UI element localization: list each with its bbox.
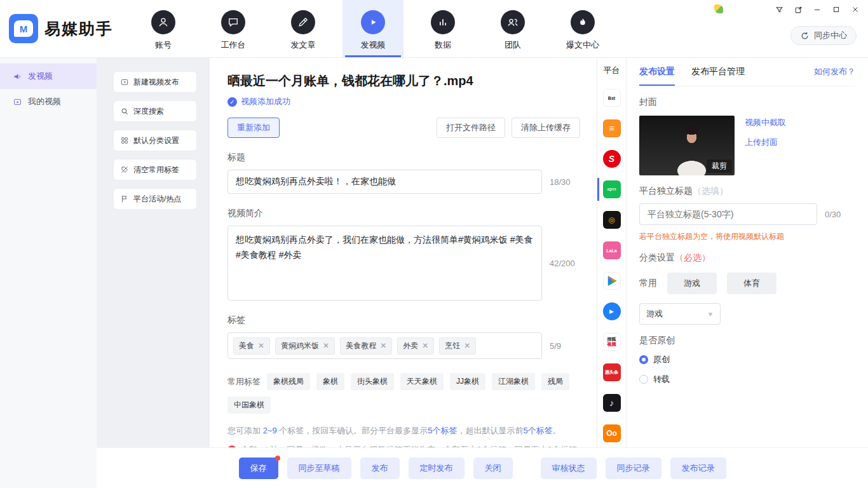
radio-original[interactable]: 原创 [639, 354, 855, 365]
remove-tag-icon[interactable]: ✕ [422, 341, 428, 350]
how-to-publish-link[interactable]: 如何发布？ [814, 66, 855, 78]
default-category-button[interactable]: 默认分类设置 [113, 130, 197, 151]
nav-item-workspace[interactable]: 工作台 [203, 0, 264, 57]
remove-tag-icon[interactable]: ✕ [323, 341, 329, 350]
publish-records-button[interactable]: 发布记录 [670, 458, 726, 479]
nav-item-publish-article[interactable]: 发文章 [273, 0, 334, 57]
video-filename: 晒最近一个月账单，钱都花在哪儿了？.mp4 [227, 72, 580, 90]
common-tags-row: 常用标签 象棋残局 象棋 街头象棋 天天象棋 JJ象棋 江湖象棋 残局 中国象棋 [227, 373, 580, 414]
remove-tag-icon[interactable]: ✕ [464, 341, 470, 350]
independent-title-input[interactable] [639, 203, 817, 225]
video-title-input[interactable] [227, 170, 542, 194]
platform-icon-haokan[interactable]: ▶ [597, 302, 627, 320]
close-button[interactable]: 关闭 [473, 458, 513, 479]
footer-action-bar: 保存 同步至草稿 发布 定时发布 关闭 审核状态 同步记录 发布记录 [97, 447, 868, 488]
window-controls [771, 3, 863, 16]
common-tag[interactable]: 残局 [541, 373, 569, 390]
platform-strip-label: 平台 [604, 65, 620, 76]
nav-item-hot-center[interactable]: 爆文中心 [552, 0, 613, 57]
nav-item-data[interactable]: 数据 [412, 0, 473, 57]
category-select[interactable]: 游戏 ▼ [639, 303, 721, 325]
publish-button[interactable]: 发布 [360, 458, 400, 479]
common-tag[interactable]: 江湖象棋 [492, 373, 535, 390]
maximize-icon[interactable] [829, 3, 844, 16]
close-icon[interactable] [848, 3, 863, 16]
platform-icon-toutiao[interactable]: ≡ [597, 119, 627, 137]
new-video-publish-button[interactable]: 新建视频发布 [113, 71, 197, 93]
platform-icon-iqiyi[interactable]: iQIYI [597, 180, 627, 198]
video-editor-card: 晒最近一个月账单，钱都花在哪儿了？.mp4 ✓ 视频添加成功 重新添加 打开文件… [210, 57, 597, 447]
tags-input-box[interactable]: 美食✕ 黄焖鸡米饭✕ 美食教程✕ 外卖✕ 烹饪✕ [227, 332, 542, 359]
quick-category-row: 常用 游戏 体育 [639, 273, 855, 294]
schedule-publish-button[interactable]: 定时发布 [409, 458, 465, 479]
video-description-textarea[interactable]: 想吃黄焖鸡别再点外卖了，我们在家也能做，方法很简单#黄焖鸡米饭 #美食 #美食教… [227, 226, 542, 301]
tray-icon[interactable] [714, 4, 723, 13]
tag-chip[interactable]: 黄焖鸡米饭✕ [275, 337, 335, 355]
edit-window-icon[interactable] [790, 3, 806, 16]
radio-repost[interactable]: 转载 [639, 374, 855, 385]
app-body: 发视频 我的视频 新建视频发布 深度搜索 [0, 57, 868, 488]
nav-item-team[interactable]: 团队 [482, 0, 543, 57]
clear-common-tags-button[interactable]: 清空常用标签 [113, 159, 197, 180]
tab-platform-management[interactable]: 发布平台管理 [691, 57, 745, 86]
platform-icon-douyin[interactable]: ♪ [597, 394, 627, 412]
tags-label: 标签 [227, 315, 580, 326]
common-tag[interactable]: 象棋残局 [267, 373, 310, 390]
tags-hint: 您可添加 2~9 个标签，按回车确认。部分平台最多显示5个标签，超出默认显示前5… [227, 425, 580, 437]
title-label: 标题 [227, 152, 580, 163]
tags-counter: 5/9 [550, 341, 580, 351]
sync-center-button[interactable]: 同步中心 [790, 26, 857, 45]
nav-item-account[interactable]: 账号 [133, 0, 194, 57]
common-tag[interactable]: 中国象棋 [227, 396, 271, 414]
capture-from-video-link[interactable]: 视频中截取 [745, 117, 786, 128]
quick-category-sports[interactable]: 体育 [727, 273, 776, 294]
quick-category-game[interactable]: 游戏 [667, 273, 717, 294]
common-tags-label: 常用标签 [227, 376, 261, 388]
clear-upload-cache-button[interactable]: 清除上传缓存 [512, 118, 580, 138]
tag-chip[interactable]: 美食✕ [233, 337, 270, 355]
platform-icon-huya[interactable]: ◎ [597, 211, 627, 229]
sidebar-item-my-videos[interactable]: 我的视频 [0, 89, 97, 114]
play-triangle-icon [606, 275, 618, 287]
tag-chip[interactable]: 美食教程✕ [340, 337, 392, 355]
remove-tag-icon[interactable]: ✕ [258, 341, 264, 350]
save-button[interactable]: 保存 [239, 458, 278, 479]
platform-icon-baijiahao[interactable]: Bst [597, 89, 627, 107]
tab-publish-settings[interactable]: 发布设置 [639, 57, 675, 86]
common-tag[interactable]: 象棋 [316, 373, 344, 390]
minimize-icon[interactable] [810, 3, 825, 16]
category-label: 分类设置（必选） [639, 252, 855, 264]
sync-draft-button[interactable]: 同步至草稿 [287, 458, 351, 479]
platform-icon-kuaishou[interactable]: Oo [597, 424, 627, 442]
review-status-button[interactable]: 审核状态 [541, 458, 597, 479]
common-tag[interactable]: 天天象棋 [400, 373, 444, 390]
sync-records-button[interactable]: 同步记录 [606, 458, 661, 479]
common-tag[interactable]: 街头象棋 [351, 373, 394, 390]
tag-chip[interactable]: 外卖✕ [397, 337, 434, 355]
deep-search-button[interactable]: 深度搜索 [113, 100, 197, 122]
brand: M 易媒助手 [0, 0, 118, 57]
open-file-path-button[interactable]: 打开文件路径 [437, 118, 505, 138]
platform-activity-button[interactable]: 平台活动/热点 [113, 188, 197, 210]
description-label: 视频简介 [227, 208, 580, 219]
nav-item-publish-video[interactable]: 发视频 [342, 0, 403, 57]
description-counter: 42/200 [550, 259, 580, 268]
sidebar-item-publish-video[interactable]: 发视频 [0, 64, 97, 89]
left-sidebar: 发视频 我的视频 [0, 57, 97, 488]
funnel-icon[interactable] [771, 3, 787, 16]
remove-tag-icon[interactable]: ✕ [380, 341, 386, 350]
platform-icon-sohu-video[interactable]: 搜狐 视频 [597, 333, 627, 351]
top-nav: 账号 工作台 发文章 发视频 数据 [128, 0, 618, 57]
upload-cover-link[interactable]: 上传封面 [745, 137, 786, 148]
common-tag[interactable]: JJ象棋 [450, 373, 485, 390]
platform-icon-bilibili[interactable]: LaLa [597, 241, 627, 259]
platform-icon-tencent-video[interactable] [597, 272, 627, 290]
tag-chip[interactable]: 烹饪✕ [439, 337, 476, 355]
platform-icon-ifeng[interactable]: S [597, 150, 627, 168]
platform-icon-huitoutiao[interactable]: 惠头条 [597, 363, 627, 381]
chart-icon [431, 10, 455, 34]
crop-button[interactable]: 裁剪 [707, 159, 732, 173]
readd-video-button[interactable]: 重新添加 [227, 118, 280, 138]
cover-label: 封面 [639, 97, 855, 108]
cover-thumbnail[interactable]: 裁剪 [639, 116, 735, 175]
